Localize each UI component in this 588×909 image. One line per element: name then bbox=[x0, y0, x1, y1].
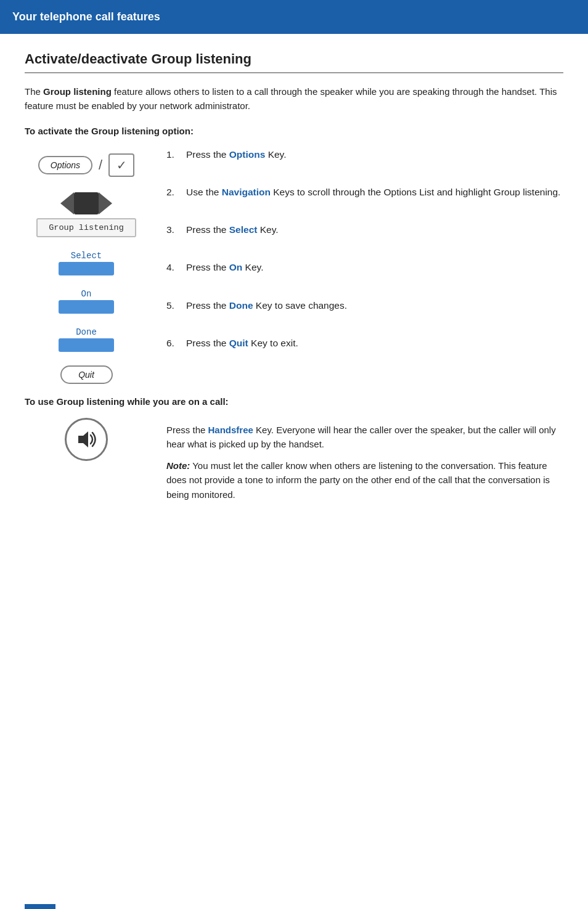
use-two-col: Press the Handsfree Key. Everyone will h… bbox=[25, 418, 563, 502]
options-key-row: Options / ✓ bbox=[38, 153, 134, 177]
on-key-group: On bbox=[59, 289, 114, 314]
done-key-group: Done bbox=[59, 327, 114, 352]
intro-paragraph: The Group listening feature allows other… bbox=[25, 84, 563, 113]
use-sub-heading: To use Group listening while you are on … bbox=[25, 395, 563, 408]
intro-prefix: The bbox=[25, 86, 43, 97]
handsfree-desc: Press the Handsfree Key. Everyone will h… bbox=[166, 423, 563, 452]
quit-key-group: Quit bbox=[60, 365, 113, 384]
handsfree-icon[interactable] bbox=[65, 418, 108, 461]
quit-softkey[interactable]: Quit bbox=[60, 365, 113, 384]
note-label: Note: bbox=[166, 460, 190, 471]
navigation-keys[interactable] bbox=[60, 192, 112, 214]
options-softkey[interactable]: Options bbox=[38, 156, 92, 174]
handsfree-svg bbox=[75, 428, 98, 451]
step-4: 4. Press the On Key. bbox=[166, 260, 563, 274]
select-blue-btn[interactable] bbox=[59, 262, 114, 275]
on-blue-btn[interactable] bbox=[59, 300, 114, 314]
intro-bold: Group listening bbox=[43, 86, 112, 97]
nav-keys-group: Group listening bbox=[36, 189, 136, 237]
activate-sub-heading: To activate the Group listening option: bbox=[25, 124, 563, 137]
nav-center-block bbox=[74, 192, 99, 214]
page-number: 20 bbox=[25, 904, 55, 909]
group-listening-label: Group listening bbox=[36, 218, 136, 237]
step-1: 1. Press the Options Key. bbox=[166, 147, 563, 161]
step-6: 6. Press the Quit Key to exit. bbox=[166, 336, 563, 350]
done-blue-btn[interactable] bbox=[59, 338, 114, 352]
steps-list: 1. Press the Options Key. 2. Use the Nav… bbox=[166, 147, 563, 374]
step-3: 3. Press the Select Key. bbox=[166, 222, 563, 237]
handsfree-icon-area bbox=[25, 418, 148, 461]
done-label[interactable]: Done bbox=[76, 327, 97, 337]
nav-right-arrow bbox=[99, 192, 112, 214]
select-label[interactable]: Select bbox=[71, 251, 102, 261]
section-title: Activate/deactivate Group listening bbox=[25, 51, 563, 73]
header-bar: Your telephone call features bbox=[0, 0, 588, 34]
steps: 1. Press the Options Key. 2. Use the Nav… bbox=[166, 147, 563, 351]
step-5: 5. Press the Done Key to save changes. bbox=[166, 298, 563, 312]
svg-marker-0 bbox=[78, 431, 88, 447]
use-right-text: Press the Handsfree Key. Everyone will h… bbox=[166, 418, 563, 502]
activate-section: Options / ✓ Group listening Select bbox=[25, 147, 563, 384]
phone-ui-diagrams: Options / ✓ Group listening Select bbox=[25, 147, 148, 384]
on-label[interactable]: On bbox=[81, 289, 92, 299]
note-section: Note: You must let the caller know when … bbox=[166, 459, 563, 502]
checkmark-key[interactable]: ✓ bbox=[108, 153, 134, 177]
use-on-call-section: To use Group listening while you are on … bbox=[25, 395, 563, 502]
note-text: You must let the caller know when others… bbox=[166, 460, 550, 500]
select-key-group: Select bbox=[59, 251, 114, 275]
nav-left-arrow bbox=[60, 192, 74, 214]
header-title: Your telephone call features bbox=[12, 10, 160, 23]
step-2: 2. Use the Navigation Keys to scroll thr… bbox=[166, 185, 563, 199]
slash-divider: / bbox=[99, 157, 102, 173]
